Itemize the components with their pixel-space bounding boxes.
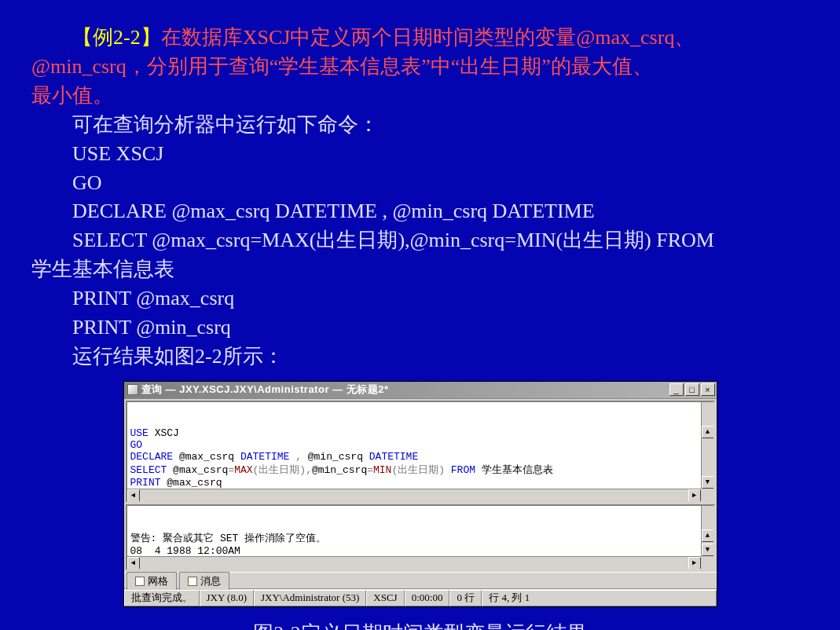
code-l3: DECLARE @max_csrq DATETIME , @min_csrq D… bbox=[31, 197, 809, 226]
tok-p2: (出生日期) bbox=[391, 464, 450, 476]
scroll-left-icon[interactable]: ◄ bbox=[127, 557, 140, 570]
scroll-right-icon[interactable]: ► bbox=[688, 557, 701, 570]
intro-2: @min_csrq，分别用于查询“学生基本信息表”中“出生日期”的最大值、 bbox=[31, 53, 809, 82]
sql-editor-pane[interactable]: USE XSCJ GO DECLARE @max_csrq DATETIME ,… bbox=[126, 401, 715, 503]
tok-xscj: XSCJ bbox=[149, 427, 179, 439]
window-title: 查询 — JXY.XSCJ.JXY\Administrator — 无标题2* bbox=[141, 383, 669, 397]
status-time: 0:00:00 bbox=[405, 590, 450, 606]
status-cursor: 行 4, 列 1 bbox=[482, 590, 716, 606]
example-label: 【例2-2】 bbox=[72, 26, 161, 49]
tok-p1: (出生日期) bbox=[253, 464, 306, 476]
scroll-corner bbox=[701, 556, 713, 569]
tab-grid[interactable]: 网格 bbox=[127, 572, 177, 590]
scroll-up-icon[interactable]: ▲ bbox=[702, 426, 714, 438]
kw-dt2: DATETIME bbox=[369, 451, 418, 463]
figure-caption: 图2-2定义日期时间类型变量运行结果 bbox=[0, 620, 840, 630]
tab-messages[interactable]: 消息 bbox=[179, 572, 229, 590]
tok-eq2: = bbox=[367, 464, 373, 476]
output-row-1: 08 4 1988 12:00AM bbox=[130, 545, 240, 557]
kw-print1: PRINT bbox=[130, 477, 161, 489]
result-tabs: 网格 消息 bbox=[124, 572, 717, 589]
query-window: 查询 — JXY.XSCJ.JXY\Administrator — 无标题2* … bbox=[123, 381, 717, 607]
scroll-left-icon[interactable]: ◄ bbox=[127, 489, 140, 502]
title-bar[interactable]: 查询 — JXY.XSCJ.JXY\Administrator — 无标题2* … bbox=[124, 382, 717, 399]
status-complete: 批查询完成。 bbox=[124, 590, 200, 606]
tok-var1: @max_csrq bbox=[173, 451, 240, 463]
status-bar: 批查询完成。 JXY (8.0) JXY\Administrator (53) … bbox=[124, 589, 717, 606]
output-warning: 警告: 聚合或其它 SET 操作消除了空值。 bbox=[130, 533, 327, 544]
editor-scroll-v[interactable]: ▲ ▼ bbox=[701, 402, 713, 489]
tok-eq1: = bbox=[228, 464, 234, 476]
messages-icon bbox=[188, 577, 197, 586]
minimize-button[interactable]: _ bbox=[669, 383, 684, 396]
output-pane[interactable]: 警告: 聚合或其它 SET 操作消除了空值。 08 4 1988 12:00AM… bbox=[126, 504, 715, 570]
tok-p1b: @max_csrq bbox=[161, 477, 222, 489]
close-button[interactable]: × bbox=[701, 383, 715, 396]
scroll-up-icon[interactable]: ▲ bbox=[702, 529, 714, 542]
intro-1: 在数据库XSCJ中定义两个日期时间类型的变量@max_csrq、 bbox=[161, 26, 695, 49]
status-server: JXY (8.0) bbox=[200, 590, 255, 606]
status-rows: 0 行 bbox=[449, 590, 482, 606]
code-l1: USE XSCJ bbox=[31, 140, 809, 169]
scroll-down-icon[interactable]: ▼ bbox=[702, 476, 714, 489]
tok-c2: , bbox=[306, 464, 312, 476]
kw-dt1: DATETIME bbox=[240, 451, 289, 463]
tab-grid-label: 网格 bbox=[148, 574, 168, 588]
code-l5: PRINT @max_csrq bbox=[31, 284, 809, 313]
maximize-button[interactable]: □ bbox=[685, 383, 699, 396]
status-user: JXY\Administrator (53) bbox=[254, 590, 366, 606]
intro-3: 最小值。 bbox=[31, 82, 809, 111]
scroll-corner bbox=[701, 489, 713, 501]
code-l4a: SELECT @max_csrq=MAX(出生日期),@min_csrq=MIN… bbox=[31, 226, 714, 255]
grid-icon bbox=[135, 577, 145, 586]
kw-declare: DECLARE bbox=[130, 451, 174, 463]
editor-scroll-h[interactable]: ◄ ► bbox=[127, 489, 701, 501]
window-controls: _ □ × bbox=[669, 383, 715, 396]
kw-select: SELECT bbox=[130, 464, 167, 476]
tok-comma: , bbox=[289, 451, 307, 463]
run-hint: 可在查询分析器中运行如下命令： bbox=[31, 111, 809, 140]
scroll-down-icon[interactable]: ▼ bbox=[702, 544, 714, 556]
code-l6: PRINT @min_csrq bbox=[31, 313, 809, 342]
kw-go: GO bbox=[130, 439, 143, 451]
output-scroll-v[interactable]: ▲ ▼ bbox=[701, 506, 713, 556]
kw-from: FROM bbox=[451, 464, 475, 476]
tok-var2: @min_csrq bbox=[308, 451, 369, 463]
fn-max: MAX bbox=[234, 464, 252, 476]
tab-messages-label: 消息 bbox=[200, 574, 221, 588]
code-l4b: 学生基本信息表 bbox=[31, 255, 809, 284]
kw-use: USE bbox=[130, 427, 149, 439]
tok-tbl: 学生基本信息表 bbox=[475, 464, 553, 476]
tok-sel2: @min_csrq bbox=[312, 464, 367, 476]
status-db: XSCJ bbox=[366, 590, 404, 606]
fn-min: MIN bbox=[373, 464, 391, 476]
scroll-right-icon[interactable]: ► bbox=[688, 489, 701, 502]
slide-body: 【例2-2】在数据库XSCJ中定义两个日期时间类型的变量@max_csrq、 @… bbox=[0, 0, 840, 378]
tok-sel1: @max_csrq bbox=[167, 464, 228, 476]
intro-line-1: 【例2-2】在数据库XSCJ中定义两个日期时间类型的变量@max_csrq、 bbox=[31, 24, 809, 53]
app-icon bbox=[127, 384, 138, 395]
code-l4: SELECT @max_csrq=MAX(出生日期),@min_csrq=MIN… bbox=[31, 226, 809, 255]
result-hint: 运行结果如图2-2所示： bbox=[31, 342, 809, 372]
output-scroll-h[interactable]: ◄ ► bbox=[127, 556, 701, 569]
code-l2: GO bbox=[31, 169, 809, 198]
